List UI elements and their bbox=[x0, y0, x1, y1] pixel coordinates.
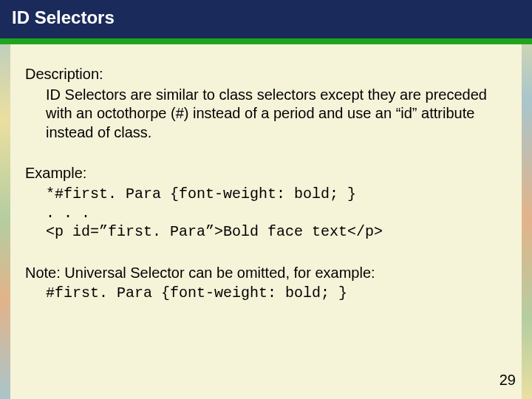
description-label: Description: bbox=[25, 65, 507, 84]
description-block: Description: ID Selectors are similar to… bbox=[25, 65, 507, 142]
example-label: Example: bbox=[25, 164, 507, 183]
slide-title: ID Selectors bbox=[0, 0, 532, 38]
note-code: #first. Para {font-weight: bold; } bbox=[25, 284, 507, 303]
description-body: ID Selectors are similar to class select… bbox=[25, 86, 507, 143]
accent-strip bbox=[0, 38, 532, 44]
slide: ID Selectors Description: ID Selectors a… bbox=[0, 0, 532, 399]
example-code-line-1: *#first. Para {font-weight: bold; } bbox=[25, 185, 507, 204]
note-block: Note: Universal Selector can be omitted,… bbox=[25, 264, 507, 303]
example-block: Example: *#first. Para {font-weight: bol… bbox=[25, 164, 507, 241]
note-label: Note: Universal Selector can be omitted,… bbox=[25, 264, 507, 283]
example-code-line-2: . . . bbox=[25, 204, 507, 223]
page-number: 29 bbox=[499, 372, 516, 389]
slide-content: Description: ID Selectors are similar to… bbox=[0, 44, 532, 399]
example-code-line-3: <p id=”first. Para”>Bold face text</p> bbox=[25, 222, 507, 242]
